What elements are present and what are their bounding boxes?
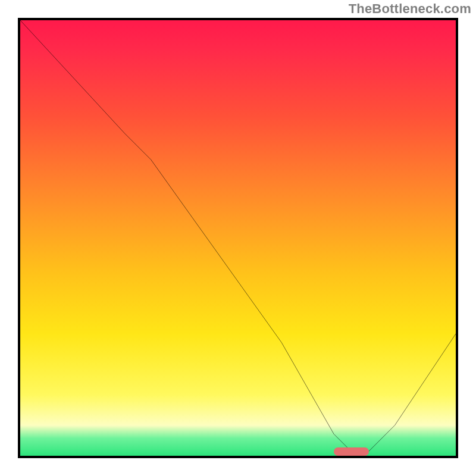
bottleneck-curve — [20, 20, 456, 456]
watermark-text: TheBottleneck.com — [349, 1, 471, 17]
curve-path — [20, 20, 456, 452]
chart-container: TheBottleneck.com — [0, 0, 476, 476]
plot-area — [18, 18, 458, 458]
optimal-range-marker — [334, 447, 369, 456]
